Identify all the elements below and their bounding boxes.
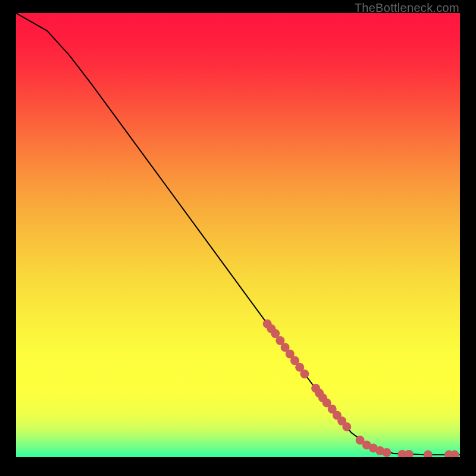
- data-point: [382, 448, 391, 457]
- data-point: [342, 422, 351, 431]
- chart-svg: [16, 13, 460, 457]
- chart-frame: TheBottleneck.com: [0, 0, 476, 476]
- data-point: [300, 369, 309, 378]
- gradient-background: [16, 13, 460, 457]
- plot-area: [16, 13, 460, 457]
